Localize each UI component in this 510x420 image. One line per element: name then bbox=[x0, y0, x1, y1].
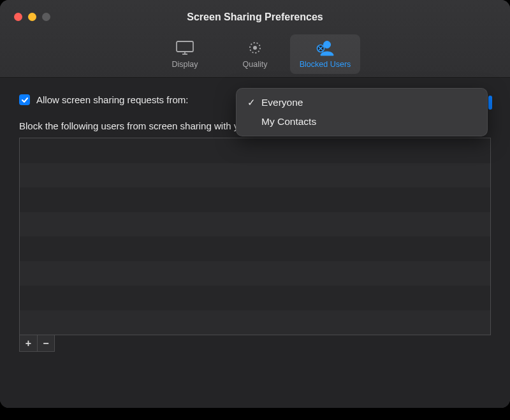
table-row bbox=[20, 163, 490, 188]
tab-blocked-label: Blocked Users bbox=[300, 60, 351, 69]
dropdown-option-everyone[interactable]: ✓ Everyone bbox=[236, 93, 488, 112]
table-row bbox=[20, 187, 490, 212]
dropdown-option-my-contacts[interactable]: My Contacts bbox=[236, 112, 488, 131]
table-controls: + − bbox=[19, 335, 55, 352]
tab-quality[interactable]: Quality bbox=[220, 34, 290, 74]
allow-requests-label: Allow screen sharing requests from: bbox=[36, 94, 188, 105]
allow-requests-checkbox[interactable] bbox=[19, 94, 30, 105]
check-icon: ✓ bbox=[246, 97, 256, 108]
table-row bbox=[20, 138, 490, 163]
preferences-toolbar: Display Quality bbox=[0, 34, 510, 74]
table-row bbox=[20, 261, 490, 286]
table-row bbox=[20, 286, 490, 310]
titlebar: Screen Sharing Preferences Display bbox=[0, 0, 510, 78]
allow-from-select[interactable] bbox=[488, 96, 492, 110]
add-user-button[interactable]: + bbox=[20, 335, 37, 351]
quality-icon bbox=[246, 38, 264, 57]
blocked-users-icon bbox=[316, 38, 335, 57]
tab-display[interactable]: Display bbox=[150, 34, 220, 74]
table-row bbox=[20, 236, 490, 261]
svg-rect-0 bbox=[177, 41, 193, 52]
svg-point-5 bbox=[324, 41, 331, 48]
table-row bbox=[20, 212, 490, 237]
svg-point-4 bbox=[253, 46, 257, 50]
blocked-users-table[interactable] bbox=[19, 138, 491, 335]
table-row bbox=[20, 310, 490, 335]
allow-from-dropdown[interactable]: ✓ Everyone My Contacts bbox=[236, 88, 488, 136]
window-title: Screen Sharing Preferences bbox=[0, 11, 510, 23]
remove-user-button[interactable]: − bbox=[37, 335, 54, 351]
preferences-window: Screen Sharing Preferences Display bbox=[0, 0, 510, 408]
tab-blocked-users[interactable]: Blocked Users bbox=[290, 34, 360, 74]
display-icon bbox=[175, 38, 194, 57]
dropdown-option-label: My Contacts bbox=[261, 116, 316, 127]
tab-display-label: Display bbox=[172, 60, 198, 69]
tab-quality-label: Quality bbox=[243, 60, 268, 69]
dropdown-option-label: Everyone bbox=[261, 97, 303, 108]
